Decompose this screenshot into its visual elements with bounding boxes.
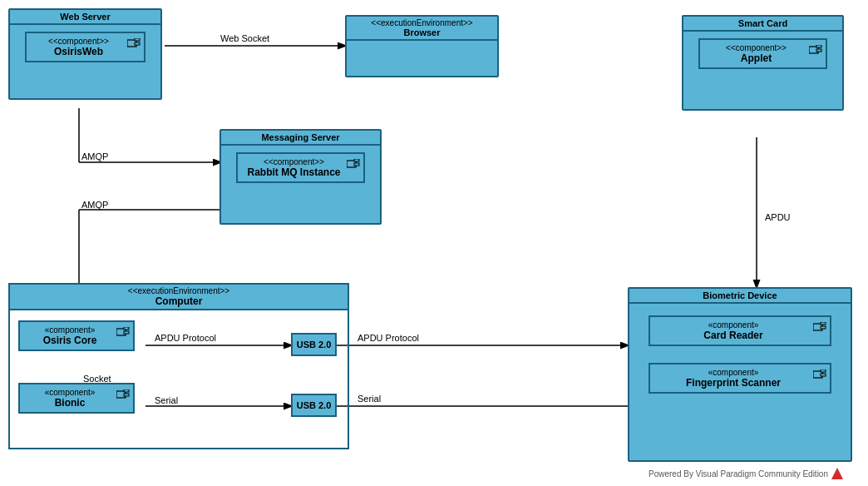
card-reader-component: «component» Card Reader <box>649 315 831 346</box>
applet-stereo: <<component>> <box>726 43 787 52</box>
web-server-box: Web Server <<component>> OsirisWeb <box>8 8 162 100</box>
card-reader-name: Card Reader <box>703 330 762 341</box>
card-reader-icon <box>813 320 826 330</box>
applet-component: <<component>> Applet <box>698 38 827 69</box>
web-server-label: Web Server <box>60 12 110 22</box>
smart-card-title: Smart Card <box>683 17 842 32</box>
svg-rect-23 <box>124 394 129 396</box>
vp-logo-icon <box>831 468 843 479</box>
amqp1-label: AMQP <box>81 151 108 161</box>
smart-card-box: Smart Card <<component>> Applet <box>682 15 844 111</box>
usb1-box: USB 2.0 <box>291 333 337 356</box>
svg-rect-13 <box>135 38 140 41</box>
osiris-web-component: <<component>> OsirisWeb <box>25 32 145 62</box>
bionic-stereo-label: «component» <box>25 388 115 397</box>
smart-card-body: <<component>> Applet <box>683 32 842 76</box>
osiris-web-name: OsirisWeb <box>54 46 103 57</box>
serial1-label: Serial <box>155 395 178 405</box>
diagram: Web Server <<component>> OsirisWeb <<exe… <box>0 0 868 486</box>
websocket-label: Web Socket <box>220 33 269 43</box>
rabbitmq-icon <box>347 157 360 167</box>
card-reader-stereo: «component» <box>708 320 759 330</box>
browser-label: Browser <box>403 27 440 37</box>
svg-rect-25 <box>816 45 821 47</box>
computer-title-text: Computer <box>15 295 343 307</box>
amqp2-label: AMQP <box>81 200 108 210</box>
rabbitmq-stereo: <<component>> <box>264 157 324 166</box>
browser-stereo: <<executionEnvironment>> <box>352 18 492 27</box>
rabbitmq-name: Rabbit MQ Instance <box>247 166 340 178</box>
svg-rect-19 <box>124 327 129 330</box>
svg-rect-26 <box>816 49 821 52</box>
osiris-core-comp-icon <box>116 325 130 340</box>
browser-body <box>347 41 497 61</box>
usb1-label: USB 2.0 <box>297 340 332 350</box>
socket-label: Socket <box>83 374 111 384</box>
svg-rect-14 <box>135 42 140 45</box>
svg-rect-32 <box>821 374 826 376</box>
biometric-device-body: «component» Card Reader «component» Fing… <box>629 304 851 405</box>
powered-by: Powered By Visual Paradigm Community Edi… <box>649 468 843 479</box>
osiris-web-stereo: <<component>> <box>48 37 109 46</box>
osiris-core-box: «component» Osiris Core <box>18 320 135 351</box>
fingerprint-icon <box>813 368 826 378</box>
biometric-device-label: Biometric Device <box>703 290 777 300</box>
svg-rect-31 <box>821 369 826 372</box>
svg-rect-28 <box>821 322 826 325</box>
smart-card-label: Smart Card <box>738 18 787 28</box>
biometric-device-title: Biometric Device <box>629 289 851 304</box>
web-server-title: Web Server <box>10 10 160 25</box>
fingerprint-component: «component» Fingerprint Scanner <box>649 363 831 394</box>
serial2-label: Serial <box>358 394 381 404</box>
bionic-comp-icon <box>116 388 130 403</box>
fingerprint-name: Fingerprint Scanner <box>686 377 781 389</box>
svg-rect-22 <box>124 389 129 392</box>
osiris-core-name-label: Osiris Core <box>25 335 115 346</box>
messaging-server-label: Messaging Server <box>261 132 339 142</box>
web-server-body: <<component>> OsirisWeb <box>10 25 160 69</box>
component-icon <box>127 37 141 47</box>
applet-icon <box>809 43 822 53</box>
apdu-protocol1-label: APDU Protocol <box>155 333 216 343</box>
browser-box: <<executionEnvironment>> Browser <box>345 15 499 77</box>
svg-rect-29 <box>821 326 826 329</box>
fingerprint-stereo: «component» <box>708 368 759 377</box>
messaging-server-title: Messaging Server <box>221 131 380 146</box>
svg-rect-17 <box>354 163 359 166</box>
applet-name: Applet <box>741 52 772 64</box>
browser-title: <<executionEnvironment>> Browser <box>347 17 497 41</box>
bionic-box: «component» Bionic <box>18 383 135 414</box>
messaging-server-body: <<component>> Rabbit MQ Instance <box>221 146 380 190</box>
bionic-name-label: Bionic <box>25 397 115 409</box>
svg-rect-20 <box>124 331 129 334</box>
messaging-server-box: Messaging Server <<component>> Rabbit MQ… <box>219 129 382 225</box>
apdu-protocol2-label: APDU Protocol <box>358 333 419 343</box>
powered-by-text: Powered By Visual Paradigm Community Edi… <box>649 469 828 479</box>
svg-rect-16 <box>354 159 359 161</box>
computer-title-bar: <<executionEnvironment>> Computer <box>8 283 349 310</box>
biometric-device-box: Biometric Device «component» Card Reader <box>628 287 852 462</box>
usb2-box: USB 2.0 <box>291 394 337 417</box>
apdu-label: APDU <box>765 212 791 222</box>
osiris-core-stereo-label: «component» <box>25 325 115 335</box>
rabbitmq-component: <<component>> Rabbit MQ Instance <box>236 152 365 183</box>
usb2-label: USB 2.0 <box>297 400 332 410</box>
computer-stereo-text: <<executionEnvironment>> <box>15 286 343 295</box>
